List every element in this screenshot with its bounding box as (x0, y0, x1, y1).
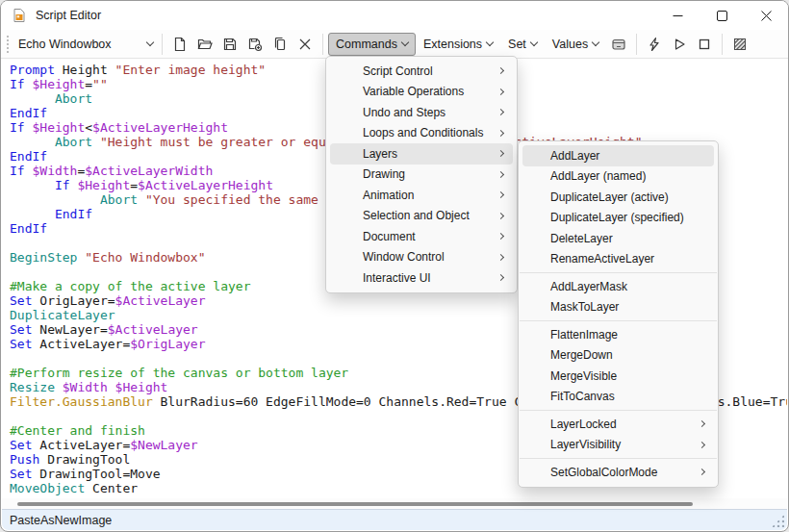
layers-submenu: AddLayerAddLayer (named)DuplicateLayer (… (518, 140, 719, 488)
chevron-right-icon (497, 213, 504, 219)
menu-item-label: Selection and Object (363, 209, 498, 222)
extensions-menu-button[interactable]: Extensions (416, 33, 500, 56)
menu-item-selection-and-object[interactable]: Selection and Object (330, 206, 513, 227)
menu-item-label: LayerLocked (550, 418, 700, 431)
chevron-down-icon (486, 38, 494, 46)
script-editor-window: Script Editor Echo Windowbox (0, 0, 789, 532)
submenu-item-fittocanvas[interactable]: FitToCanvas (522, 387, 714, 408)
toolbar-grip-handle[interactable] (6, 35, 10, 54)
message-panel-button[interactable] (606, 32, 631, 57)
menu-item-label: AddLayer (named) (550, 169, 704, 183)
toolbar: Echo Windowbox (1, 30, 788, 59)
set-menu-button[interactable]: Set (500, 33, 545, 56)
horizontal-scrollbar-thumb[interactable] (17, 502, 693, 506)
close-button[interactable] (744, 1, 788, 30)
quick-run-button[interactable] (642, 32, 667, 57)
chevron-right-icon (497, 89, 504, 95)
menu-item-label: Undo and Steps (363, 106, 498, 119)
menu-item-interactive-ui[interactable]: Interactive UI (330, 267, 513, 289)
copy-script-button[interactable] (267, 32, 293, 57)
menu-item-label: FlattenImage (550, 328, 704, 342)
menu-item-label: Variable Operations (363, 85, 498, 98)
minimize-button[interactable] (655, 1, 700, 30)
chevron-down-icon (146, 38, 154, 46)
submenu-item-addlayer-named[interactable]: AddLayer (named) (522, 166, 714, 188)
chevron-right-icon (497, 191, 504, 198)
open-file-icon (197, 37, 213, 52)
menu-item-layers[interactable]: Layers (330, 143, 513, 165)
chevron-right-icon (497, 254, 504, 261)
maximize-icon (717, 11, 727, 21)
stop-button[interactable] (692, 32, 717, 57)
extensions-menu-label: Extensions (423, 38, 482, 51)
submenu-item-deletelayer[interactable]: DeleteLayer (522, 228, 714, 249)
maximize-button[interactable] (700, 1, 744, 30)
chevron-right-icon (497, 67, 504, 74)
chevron-down-icon (401, 38, 409, 46)
submenu-item-duplicatelayer-specified[interactable]: DuplicateLayer (specified) (522, 208, 714, 229)
menu-item-animation[interactable]: Animation (330, 185, 513, 206)
menu-item-script-control[interactable]: Script Control (330, 61, 513, 82)
chevron-down-icon (530, 38, 538, 46)
submenu-item-mergevisible[interactable]: MergeVisible (522, 366, 714, 387)
run-button[interactable] (667, 32, 692, 57)
stop-icon (697, 37, 712, 52)
submenu-item-renameactivelayer[interactable]: RenameActiveLayer (522, 249, 714, 270)
submenu-item-setglobalcolormode[interactable]: SetGlobalColorMode (522, 462, 714, 483)
menu-item-undo-and-steps[interactable]: Undo and Steps (330, 102, 513, 123)
menu-item-label: Window Control (363, 250, 498, 264)
menu-item-label: DuplicateLayer (active) (550, 190, 704, 204)
script-selector-dropdown[interactable]: Echo Windowbox (14, 33, 157, 56)
menu-item-label: Layers (363, 147, 498, 161)
menu-item-window-control[interactable]: Window Control (330, 247, 513, 268)
submenu-item-masktolayer[interactable]: MaskToLayer (522, 297, 714, 318)
close-script-button[interactable] (293, 32, 318, 57)
script-selector-value: Echo Windowbox (18, 38, 112, 51)
play-icon (672, 37, 687, 52)
window-title: Script Editor (36, 9, 101, 22)
menu-item-drawing[interactable]: Drawing (330, 165, 513, 186)
menu-separator (520, 458, 717, 459)
menu-item-loops-and-conditionals[interactable]: Loops and Conditionals (330, 123, 513, 144)
values-menu-label: Values (552, 38, 588, 51)
pattern-fill-button[interactable] (727, 32, 752, 57)
open-script-button[interactable] (192, 32, 217, 57)
chevron-right-icon (497, 130, 504, 137)
menu-item-label: MaskToLayer (550, 300, 704, 314)
message-panel-icon (611, 37, 626, 52)
menu-item-variable-operations[interactable]: Variable Operations (330, 82, 513, 103)
menu-item-label: SetGlobalColorMode (550, 466, 700, 479)
save-script-button[interactable] (217, 32, 242, 57)
titlebar: Script Editor (1, 1, 788, 30)
submenu-item-layerlocked[interactable]: LayerLocked (522, 414, 714, 435)
chevron-right-icon (497, 150, 504, 157)
submenu-item-flattenimage[interactable]: FlattenImage (522, 324, 714, 345)
toolbar-separator (722, 34, 723, 55)
status-text: PasteAsNewImage (10, 514, 112, 527)
menu-item-label: MergeVisible (550, 369, 704, 383)
new-script-button[interactable] (167, 32, 192, 57)
menu-item-label: MergeDown (550, 348, 704, 362)
copy-icon (272, 37, 288, 52)
values-menu-button[interactable]: Values (545, 33, 606, 56)
menu-item-label: DeleteLayer (550, 232, 704, 245)
set-menu-label: Set (508, 38, 526, 51)
menu-item-document[interactable]: Document (330, 226, 513, 247)
menu-item-label: Animation (363, 189, 498, 202)
caption-buttons (655, 1, 788, 30)
commands-menu: Script ControlVariable OperationsUndo an… (325, 56, 518, 293)
new-file-icon (172, 37, 188, 52)
commands-menu-button[interactable]: Commands (328, 33, 416, 56)
resize-grip-handle[interactable] (772, 515, 784, 527)
close-x-icon (298, 38, 312, 51)
submenu-item-duplicatelayer-active[interactable]: DuplicateLayer (active) (522, 187, 714, 208)
menu-item-label: RenameActiveLayer (550, 252, 704, 266)
menu-item-label: AddLayerMask (550, 280, 704, 293)
toolbar-separator (162, 34, 163, 55)
submenu-item-addlayermask[interactable]: AddLayerMask (522, 276, 714, 297)
submenu-item-addlayer[interactable]: AddLayer (522, 145, 714, 166)
submenu-item-mergedown[interactable]: MergeDown (522, 345, 714, 367)
submenu-item-layervisibility[interactable]: LayerVisibility (522, 435, 714, 456)
menu-item-label: DuplicateLayer (specified) (550, 211, 704, 224)
save-script-as-button[interactable] (242, 32, 267, 57)
